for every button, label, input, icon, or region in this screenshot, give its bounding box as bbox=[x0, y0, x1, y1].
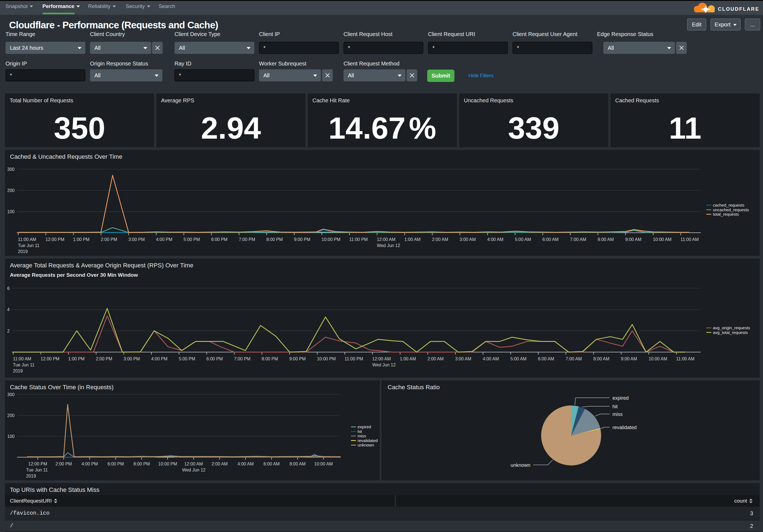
svg-text:1:00 PM: 1:00 PM bbox=[68, 357, 85, 361]
svg-text:2:00 PM: 2:00 PM bbox=[101, 237, 117, 242]
svg-text:Tue Jun 11: Tue Jun 11 bbox=[18, 243, 39, 248]
svg-text:11:00 PM: 11:00 PM bbox=[345, 357, 363, 361]
svg-text:1:00 PM: 1:00 PM bbox=[73, 237, 90, 242]
svg-text:2:00 PM: 2:00 PM bbox=[96, 357, 112, 361]
svg-text:Wed Jun 12: Wed Jun 12 bbox=[377, 243, 400, 248]
svg-text:5:00 AM: 5:00 AM bbox=[515, 237, 531, 242]
svg-text:9:00 AM: 9:00 AM bbox=[621, 357, 637, 361]
svg-text:300: 300 bbox=[7, 167, 15, 172]
svg-text:9:00 AM: 9:00 AM bbox=[625, 237, 642, 242]
svg-text:hit: hit bbox=[612, 404, 618, 409]
svg-text:6:00 AM: 6:00 AM bbox=[264, 462, 280, 466]
svg-text:11:00 PM: 11:00 PM bbox=[349, 237, 368, 242]
svg-text:11:00 AM: 11:00 AM bbox=[18, 237, 36, 242]
svg-text:2:00 AM: 2:00 AM bbox=[211, 462, 228, 466]
svg-text:10:00 PM: 10:00 PM bbox=[158, 462, 177, 466]
svg-text:avg_total_requests: avg_total_requests bbox=[713, 330, 748, 335]
svg-text:Tue Jun 11: Tue Jun 11 bbox=[26, 468, 48, 472]
svg-text:10:00 AM: 10:00 AM bbox=[653, 237, 672, 242]
svg-text:6: 6 bbox=[7, 286, 10, 291]
svg-text:CLOUDFLARE: CLOUDFLARE bbox=[718, 6, 759, 12]
svg-text:2019: 2019 bbox=[26, 474, 36, 478]
svg-text:revalidated: revalidated bbox=[612, 425, 637, 430]
svg-text:cached_requests: cached_requests bbox=[713, 203, 744, 208]
svg-text:7:00 AM: 7:00 AM bbox=[570, 237, 586, 242]
svg-text:7:00 PM: 7:00 PM bbox=[239, 237, 255, 242]
svg-text:12:00 AM: 12:00 AM bbox=[372, 357, 391, 361]
svg-text:2019: 2019 bbox=[13, 369, 23, 373]
svg-text:3:00 AM: 3:00 AM bbox=[455, 357, 471, 361]
svg-text:2:00 AM: 2:00 AM bbox=[427, 357, 444, 361]
svg-text:11:00 AM: 11:00 AM bbox=[13, 357, 31, 361]
svg-text:1:00 AM: 1:00 AM bbox=[400, 357, 416, 361]
svg-text:3:00 PM: 3:00 PM bbox=[128, 237, 145, 242]
svg-text:5:00 PM: 5:00 PM bbox=[179, 357, 195, 361]
svg-text:6:00 PM: 6:00 PM bbox=[206, 357, 223, 361]
svg-text:expired: expired bbox=[358, 424, 371, 429]
svg-text:4:00 AM: 4:00 AM bbox=[238, 462, 254, 466]
svg-text:3:00 AM: 3:00 AM bbox=[460, 237, 476, 242]
svg-text:expired: expired bbox=[612, 395, 629, 401]
svg-text:100: 100 bbox=[7, 434, 15, 439]
svg-text:6:00 PM: 6:00 PM bbox=[107, 462, 124, 466]
svg-text:Cache Status Ratio: Cache Status Ratio bbox=[387, 384, 440, 391]
svg-text:8:00 AM: 8:00 AM bbox=[289, 462, 306, 466]
svg-text:7:00 PM: 7:00 PM bbox=[234, 357, 251, 361]
svg-text:Average Total Requests & Avera: Average Total Requests & Average Origin … bbox=[10, 262, 193, 269]
svg-text:total_requests: total_requests bbox=[713, 212, 739, 217]
svg-text:12:00 PM: 12:00 PM bbox=[41, 357, 59, 361]
svg-text:Tue Jun 11: Tue Jun 11 bbox=[13, 363, 35, 367]
svg-text:8:00 PM: 8:00 PM bbox=[262, 357, 278, 361]
svg-text:3:00 PM: 3:00 PM bbox=[124, 357, 140, 361]
svg-text:hit: hit bbox=[358, 429, 362, 434]
svg-text:8:00 PM: 8:00 PM bbox=[134, 462, 150, 466]
svg-text:5:00 PM: 5:00 PM bbox=[183, 237, 200, 242]
svg-text:8:00 AM: 8:00 AM bbox=[598, 237, 614, 242]
svg-text:100: 100 bbox=[7, 209, 15, 214]
svg-text:8:00 PM: 8:00 PM bbox=[267, 237, 283, 242]
svg-text:10:00 PM: 10:00 PM bbox=[317, 357, 336, 361]
svg-text:12:00 PM: 12:00 PM bbox=[46, 237, 64, 242]
svg-text:2019: 2019 bbox=[18, 249, 28, 254]
svg-text:6:00 AM: 6:00 AM bbox=[538, 357, 554, 361]
svg-text:9:00 PM: 9:00 PM bbox=[294, 237, 310, 242]
svg-text:6:00 PM: 6:00 PM bbox=[211, 237, 228, 242]
svg-text:miss: miss bbox=[612, 411, 623, 417]
svg-text:2: 2 bbox=[7, 329, 10, 333]
svg-text:Wed Jun 12: Wed Jun 12 bbox=[182, 468, 205, 472]
svg-text:4:00 PM: 4:00 PM bbox=[156, 237, 172, 242]
svg-text:revalidated: revalidated bbox=[358, 438, 378, 443]
svg-text:avg_origin_requests: avg_origin_requests bbox=[713, 325, 750, 330]
svg-text:4:00 PM: 4:00 PM bbox=[151, 357, 167, 361]
svg-text:4: 4 bbox=[7, 307, 10, 312]
svg-text:1:00 AM: 1:00 AM bbox=[404, 237, 421, 242]
svg-text:200: 200 bbox=[7, 413, 15, 418]
svg-text:4:00 AM: 4:00 AM bbox=[487, 237, 503, 242]
svg-text:2:00 AM: 2:00 AM bbox=[432, 237, 448, 242]
svg-text:unknown: unknown bbox=[510, 462, 530, 468]
svg-text:300: 300 bbox=[7, 392, 15, 397]
svg-text:miss: miss bbox=[358, 433, 366, 438]
svg-text:unknown: unknown bbox=[358, 443, 374, 447]
svg-text:12:00 AM: 12:00 AM bbox=[377, 237, 395, 242]
svg-text:12:00 AM: 12:00 AM bbox=[184, 462, 203, 466]
svg-text:Cached & Uncached Requests Ove: Cached & Uncached Requests Over Time bbox=[10, 153, 122, 160]
svg-text:9:00 PM: 9:00 PM bbox=[289, 357, 306, 361]
svg-text:uncached_requests: uncached_requests bbox=[713, 208, 749, 212]
svg-text:12:00 PM: 12:00 PM bbox=[28, 462, 47, 466]
svg-text:Average Requests per Second Ov: Average Requests per Second Over 30 Min … bbox=[10, 272, 138, 278]
svg-text:6:00 AM: 6:00 AM bbox=[543, 237, 559, 242]
svg-text:10:00 AM: 10:00 AM bbox=[648, 357, 667, 361]
svg-text:200: 200 bbox=[7, 188, 15, 193]
svg-text:Wed Jun 12: Wed Jun 12 bbox=[372, 363, 395, 367]
svg-text:7:00 AM: 7:00 AM bbox=[566, 357, 582, 361]
svg-text:5:00 AM: 5:00 AM bbox=[510, 357, 527, 361]
svg-text:Cache Status Over Time (in Req: Cache Status Over Time (in Requests) bbox=[10, 384, 114, 391]
svg-text:11:00 AM: 11:00 AM bbox=[676, 357, 695, 361]
svg-text:2:00 PM: 2:00 PM bbox=[55, 462, 72, 466]
svg-text:4:00 AM: 4:00 AM bbox=[483, 357, 499, 361]
svg-text:4:00 PM: 4:00 PM bbox=[81, 462, 98, 466]
svg-text:10:00 PM: 10:00 PM bbox=[321, 237, 340, 242]
svg-text:8:00 AM: 8:00 AM bbox=[593, 357, 609, 361]
svg-text:11:00 AM: 11:00 AM bbox=[681, 237, 699, 242]
